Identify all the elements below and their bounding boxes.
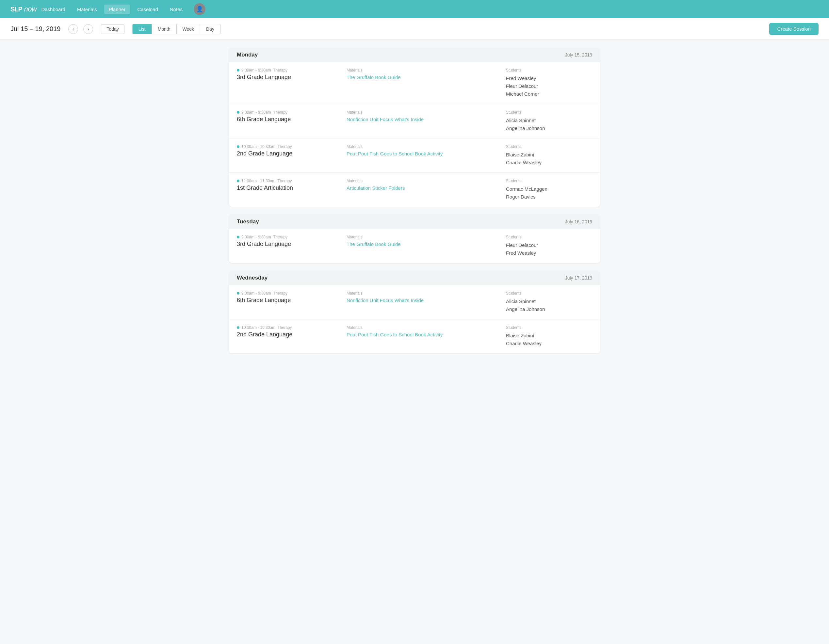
session-right-0: Students Fred WeasleyFleur DelacourMicha… <box>501 68 592 98</box>
student-name: Blaise Zabini <box>506 151 592 159</box>
material-link[interactable]: The Gruffalo Book Guide <box>347 241 401 247</box>
student-name: Charlie Weasley <box>506 340 592 348</box>
session-left-3: 11:00am - 11:30am Therapy 1st Grade Arti… <box>237 179 341 191</box>
material-link[interactable]: The Gruffalo Book Guide <box>347 74 401 80</box>
students-label: Students <box>506 110 592 115</box>
session-middle-0: Materials The Gruffalo Book Guide <box>341 235 501 247</box>
material-link[interactable]: Pout Pout Fish Goes to School Book Activ… <box>347 332 443 337</box>
student-name: Angelina Johnson <box>506 124 592 132</box>
student-name: Blaise Zabini <box>506 332 592 340</box>
session-dot <box>237 236 240 238</box>
student-name: Fleur Delacour <box>506 241 592 249</box>
student-name: Michael Corner <box>506 90 592 98</box>
day-date: July 15, 2019 <box>565 52 592 57</box>
material-link[interactable]: Pout Pout Fish Goes to School Book Activ… <box>347 151 443 156</box>
students-label: Students <box>506 68 592 72</box>
session-time: 10:00am - 10:30am Therapy <box>237 325 341 330</box>
session-time: 11:00am - 11:30am Therapy <box>237 179 341 183</box>
session-row: 10:00am - 10:30am Therapy 2nd Grade Lang… <box>229 320 600 353</box>
nav-planner[interactable]: Planner <box>104 5 130 14</box>
student-name: Fred Weasley <box>506 249 592 257</box>
day-date: July 17, 2019 <box>565 275 592 280</box>
materials-label: Materials <box>347 68 501 72</box>
session-right-2: Students Blaise ZabiniCharlie Weasley <box>501 144 592 167</box>
session-left-1: 9:00am - 9:30am Therapy 6th Grade Langua… <box>237 110 341 123</box>
prev-arrow[interactable]: ‹ <box>68 24 78 34</box>
session-row: 9:00am - 9:30am Therapy 3rd Grade Langua… <box>229 229 600 263</box>
session-right-0: Students Alicia SpinnetAngelina Johnson <box>501 291 592 313</box>
session-middle-3: Materials Articulation Sticker Folders <box>341 179 501 191</box>
students-label: Students <box>506 144 592 149</box>
session-name: 2nd Grade Language <box>237 150 341 157</box>
session-time: 9:00am - 9:30am Therapy <box>237 235 341 239</box>
student-name: Angelina Johnson <box>506 305 592 313</box>
session-row: 9:00am - 9:30am Therapy 6th Grade Langua… <box>229 104 600 139</box>
session-row: 10:00am - 10:30am Therapy 2nd Grade Lang… <box>229 139 600 173</box>
students-label: Students <box>506 291 592 296</box>
session-name: 6th Grade Language <box>237 116 341 123</box>
materials-label: Materials <box>347 144 501 149</box>
main-content: Monday July 15, 2019 9:00am - 9:30am The… <box>219 40 610 369</box>
toolbar: Jul 15 – 19, 2019 ‹ › Today List Month W… <box>0 18 829 40</box>
day-name: Tuesday <box>237 219 259 225</box>
session-time: 9:00am - 9:30am Therapy <box>237 68 341 72</box>
session-right-3: Students Cormac McLaggenRoger Davies <box>501 179 592 201</box>
view-week[interactable]: Week <box>177 24 200 34</box>
nav-materials[interactable]: Materials <box>72 5 102 14</box>
session-left-0: 9:00am - 9:30am Therapy 3rd Grade Langua… <box>237 235 341 247</box>
material-link[interactable]: Nonfiction Unit Focus What's Inside <box>347 117 424 122</box>
student-name: Alicia Spinnet <box>506 298 592 305</box>
session-dot <box>237 111 240 113</box>
nav-notes[interactable]: Notes <box>165 5 187 14</box>
view-group: List Month Week Day <box>132 24 221 34</box>
materials-label: Materials <box>347 291 501 296</box>
nav-dashboard[interactable]: Dashboard <box>36 5 69 14</box>
students-label: Students <box>506 179 592 183</box>
day-section-wednesday: Wednesday July 17, 2019 9:00am - 9:30am … <box>229 271 600 353</box>
materials-label: Materials <box>347 179 501 183</box>
session-name: 3rd Grade Language <box>237 241 341 247</box>
material-link[interactable]: Articulation Sticker Folders <box>347 185 405 191</box>
session-right-1: Students Blaise ZabiniCharlie Weasley <box>501 325 592 348</box>
day-section-tuesday: Tuesday July 16, 2019 9:00am - 9:30am Th… <box>229 214 600 263</box>
session-name: 6th Grade Language <box>237 297 341 304</box>
day-date: July 16, 2019 <box>565 219 592 224</box>
day-header-1: Tuesday July 16, 2019 <box>229 214 600 229</box>
create-session-button[interactable]: Create Session <box>769 23 818 35</box>
next-arrow[interactable]: › <box>83 24 93 34</box>
session-right-0: Students Fleur DelacourFred Weasley <box>501 235 592 257</box>
session-middle-2: Materials Pout Pout Fish Goes to School … <box>341 144 501 157</box>
session-time: 9:00am - 9:30am Therapy <box>237 110 341 115</box>
session-row: 11:00am - 11:30am Therapy 1st Grade Arti… <box>229 173 600 207</box>
view-list[interactable]: List <box>132 24 152 34</box>
day-section-monday: Monday July 15, 2019 9:00am - 9:30am The… <box>229 48 600 207</box>
today-button[interactable]: Today <box>101 24 124 34</box>
student-name: Fleur Delacour <box>506 82 592 90</box>
session-dot <box>237 69 240 71</box>
nav-caseload[interactable]: Caseload <box>132 5 162 14</box>
session-middle-0: Materials The Gruffalo Book Guide <box>341 68 501 80</box>
session-time: 9:00am - 9:30am Therapy <box>237 291 341 296</box>
session-name: 2nd Grade Language <box>237 331 341 338</box>
session-dot <box>237 145 240 148</box>
view-month[interactable]: Month <box>152 24 177 34</box>
session-name: 1st Grade Articulation <box>237 184 341 191</box>
session-left-0: 9:00am - 9:30am Therapy 6th Grade Langua… <box>237 291 341 304</box>
student-name: Alicia Spinnet <box>506 117 592 124</box>
nav-links: Dashboard Materials Planner Caseload Not… <box>36 3 205 15</box>
students-label: Students <box>506 235 592 239</box>
session-row: 9:00am - 9:30am Therapy 3rd Grade Langua… <box>229 62 600 104</box>
material-link[interactable]: Nonfiction Unit Focus What's Inside <box>347 298 424 303</box>
session-left-2: 10:00am - 10:30am Therapy 2nd Grade Lang… <box>237 144 341 157</box>
day-header-2: Wednesday July 17, 2019 <box>229 271 600 285</box>
session-name: 3rd Grade Language <box>237 74 341 81</box>
navbar: SLP now Dashboard Materials Planner Case… <box>0 0 829 18</box>
session-middle-1: Materials Pout Pout Fish Goes to School … <box>341 325 501 338</box>
materials-label: Materials <box>347 235 501 239</box>
students-label: Students <box>506 325 592 330</box>
avatar[interactable]: 👤 <box>194 3 205 15</box>
view-day[interactable]: Day <box>200 24 220 34</box>
date-range: Jul 15 – 19, 2019 <box>11 25 60 33</box>
session-row: 9:00am - 9:30am Therapy 6th Grade Langua… <box>229 285 600 320</box>
session-middle-1: Materials Nonfiction Unit Focus What's I… <box>341 110 501 123</box>
